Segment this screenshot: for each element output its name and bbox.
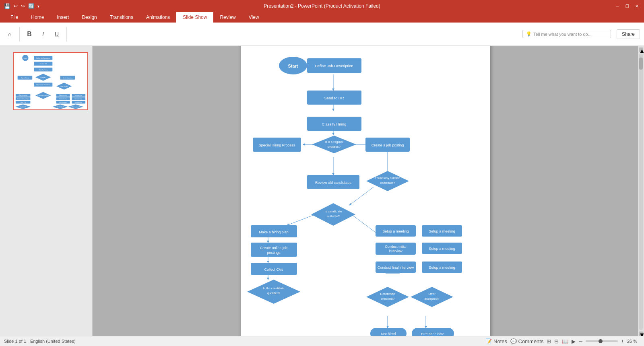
tab-transitions[interactable]: Transitions <box>103 12 140 23</box>
undo-icon[interactable]: ↩ <box>14 3 18 9</box>
slide-info: Slide 1 of 1 <box>4 339 26 344</box>
slide-canvas: Start Define Job Description Send to HR … <box>93 46 638 336</box>
svg-text:Qualified?: Qualified? <box>21 106 26 108</box>
svg-text:Is candidate: Is candidate <box>324 210 342 213</box>
svg-text:Create a job posting: Create a job posting <box>371 143 404 147</box>
close-btn[interactable]: ✕ <box>634 3 640 9</box>
svg-text:Is the candidate: Is the candidate <box>263 286 284 290</box>
comments-btn[interactable]: 💬 Comments <box>510 338 543 344</box>
svg-text:candidate?: candidate? <box>380 181 395 185</box>
svg-marker-72 <box>312 136 356 153</box>
svg-text:Ref checked?: Ref checked? <box>57 106 64 108</box>
svg-text:Initial interview: Initial interview <box>59 98 67 100</box>
svg-text:Review old candidates: Review old candidates <box>315 181 351 185</box>
svg-text:Define Job Description: Define Job Description <box>315 64 353 68</box>
svg-text:Setup a meeting: Setup a meeting <box>429 266 455 270</box>
svg-text:Create job posting: Create job posting <box>63 77 72 79</box>
tab-animations[interactable]: Animations <box>140 12 176 23</box>
window-title: Presentation2 - PowerPoint (Product Acti… <box>264 3 380 9</box>
svg-text:interview: interview <box>389 249 402 253</box>
svg-text:Setup a meeting: Setup a meeting <box>429 229 455 233</box>
ribbon-tabs: File Home Insert Design Transitions Anim… <box>0 12 644 23</box>
svg-text:Define Job Description: Define Job Description <box>36 58 50 59</box>
slide-sorter-btn[interactable]: ⊟ <box>554 338 559 344</box>
ribbon-bar: ⌂ B I U 💡 Tell me what you want to do...… <box>0 23 644 46</box>
divider1 <box>19 27 20 41</box>
zoom-thumb[interactable] <box>599 339 603 343</box>
svg-text:suitable?: suitable? <box>326 214 340 218</box>
svg-text:Setup meeting: Setup meeting <box>75 98 83 100</box>
svg-text:Review old candidates: Review old candidates <box>36 84 50 86</box>
svg-text:checked?: checked? <box>380 297 394 301</box>
svg-text:Make hiring plan: Make hiring plan <box>19 95 27 96</box>
notes-btn[interactable]: 📝 Notes <box>485 338 507 344</box>
svg-text:Not hired: Not hired <box>381 332 396 336</box>
right-scrollbar[interactable]: ▲ ▼ <box>638 46 644 336</box>
svg-text:Setup meeting: Setup meeting <box>59 95 67 96</box>
more-icon[interactable]: ▾ <box>37 4 39 8</box>
tell-me-search[interactable]: 💡 Tell me what you want to do... <box>522 30 611 38</box>
svg-text:Setup meeting: Setup meeting <box>75 102 83 103</box>
tab-review[interactable]: Review <box>213 12 242 23</box>
svg-text:Setup meeting: Setup meeting <box>75 95 83 96</box>
share-button[interactable]: Share <box>617 29 640 39</box>
svg-text:Offer accepted?: Offer accepted? <box>72 106 80 108</box>
slide-thumbnail[interactable]: Start Define Job Description Send to HR … <box>13 52 88 110</box>
svg-text:Make a hiring plan: Make a hiring plan <box>259 230 289 234</box>
svg-text:Is it a regular: Is it a regular <box>324 140 343 144</box>
italic-icon[interactable]: I <box>37 29 49 40</box>
restore-btn[interactable]: ❐ <box>624 3 630 9</box>
svg-text:Final interview: Final interview <box>59 102 67 103</box>
redo-icon[interactable]: ↪ <box>21 3 25 9</box>
svg-text:postings: postings <box>267 251 281 255</box>
svg-text:Classify Hiring: Classify Hiring <box>39 69 47 71</box>
svg-line-53 <box>349 187 374 205</box>
slideshow-btn[interactable]: ▶ <box>572 338 576 344</box>
tab-view[interactable]: View <box>242 12 266 23</box>
svg-text:Start: Start <box>288 64 298 68</box>
zoom-out-icon[interactable]: ─ <box>579 338 582 344</box>
svg-text:process?: process? <box>327 145 341 148</box>
divider2 <box>66 27 67 41</box>
status-bar: Slide 1 of 1 English (United States) 📝 N… <box>0 336 644 346</box>
reading-view-btn[interactable]: 📖 <box>562 338 568 344</box>
tab-insert[interactable]: Insert <box>50 12 75 23</box>
svg-text:Conduct initial: Conduct initial <box>385 245 407 249</box>
tab-file[interactable]: File <box>4 12 25 23</box>
svg-text:Found any suitable: Found any suitable <box>375 176 400 180</box>
svg-text:Offer: Offer <box>428 292 436 296</box>
normal-view-btn[interactable]: ⊞ <box>547 338 551 344</box>
svg-text:Send to HR: Send to HR <box>40 63 47 65</box>
svg-text:Is candidate suitable?: Is candidate suitable? <box>37 95 49 97</box>
svg-text:qualified?: qualified? <box>267 291 280 295</box>
bold-icon[interactable]: B <box>24 29 35 40</box>
scroll-up-btn[interactable]: ▲ <box>639 47 643 52</box>
svg-text:Reference: Reference <box>380 292 395 296</box>
tab-design[interactable]: Design <box>75 12 103 23</box>
svg-text:Setup a meeting: Setup a meeting <box>429 247 455 251</box>
zoom-in-icon[interactable]: + <box>621 338 624 344</box>
svg-line-55 <box>351 214 380 235</box>
svg-text:Is regular?: Is regular? <box>40 77 46 78</box>
main-area: 1 Start Define Job Description Send to H… <box>0 46 644 336</box>
title-bar: 💾 ↩ ↪ 🔄 ▾ Presentation2 - PowerPoint (Pr… <box>0 0 644 12</box>
tab-slideshow[interactable]: Slide Show <box>176 12 213 23</box>
repeat-icon[interactable]: 🔄 <box>28 3 34 9</box>
svg-text:Start: Start <box>24 58 27 60</box>
search-placeholder: Tell me what you want to do... <box>533 32 592 37</box>
underline-icon[interactable]: U <box>51 29 62 40</box>
save-icon[interactable]: 💾 <box>4 3 10 9</box>
svg-text:Special Hiring: Special Hiring <box>21 77 29 79</box>
scroll-thumb[interactable] <box>639 58 643 70</box>
zoom-percent: 26 % <box>627 339 640 344</box>
minimize-btn[interactable]: ─ <box>614 3 621 9</box>
svg-text:Found suitable?: Found suitable? <box>60 86 68 87</box>
svg-text:Collect CVs: Collect CVs <box>20 102 27 103</box>
search-icon: 💡 <box>526 31 532 37</box>
svg-text:Create online job: Create online job <box>260 246 287 250</box>
scroll-down-btn[interactable]: ▼ <box>639 332 643 336</box>
tab-home[interactable]: Home <box>25 12 50 23</box>
svg-text:Collect CVs: Collect CVs <box>264 268 283 272</box>
home-icon[interactable]: ⌂ <box>4 29 15 40</box>
zoom-slider[interactable] <box>586 340 618 342</box>
